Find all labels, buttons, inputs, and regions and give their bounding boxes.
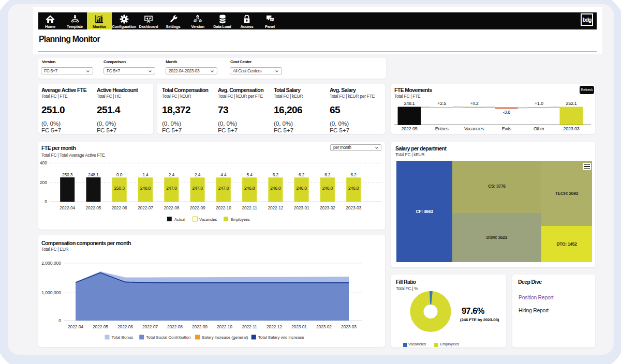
svg-text:Total Bonus: Total Bonus — [112, 335, 134, 340]
svg-text:246.0: 246.0 — [348, 186, 359, 191]
svg-text:2023-01: 2023-01 — [294, 205, 309, 210]
svg-text:2023-03: 2023-03 — [564, 126, 580, 131]
svg-text:248.1: 248.1 — [88, 172, 99, 177]
svg-text:2022-06: 2022-06 — [112, 205, 127, 210]
svg-text:2022-04: 2022-04 — [68, 324, 83, 329]
svg-text:6.2: 6.2 — [273, 172, 279, 177]
svg-text:2022-09: 2022-09 — [192, 324, 208, 329]
svg-text:2022-07: 2022-07 — [142, 324, 158, 329]
svg-text:250.3: 250.3 — [114, 186, 125, 191]
svg-text:-3.8: -3.8 — [503, 110, 511, 115]
svg-text:246.0: 246.0 — [296, 186, 307, 191]
svg-text:Total Salary w/o increase: Total Salary w/o increase — [258, 335, 304, 340]
svg-text:0: 0 — [45, 199, 47, 204]
svg-text:Actual: Actual — [174, 217, 185, 222]
svg-text:400: 400 — [40, 160, 47, 165]
svg-text:2022-12: 2022-12 — [267, 324, 282, 329]
svg-text:Employees: Employees — [231, 217, 250, 222]
svg-text:246.8: 246.8 — [244, 186, 255, 191]
svg-text:246.0: 246.0 — [270, 186, 281, 191]
svg-text:2022-05: 2022-05 — [402, 126, 418, 131]
svg-text:246.0: 246.0 — [322, 186, 333, 191]
svg-text:2022-04: 2022-04 — [60, 205, 75, 210]
svg-text:2022-11: 2022-11 — [242, 205, 258, 210]
svg-text:2022-12: 2022-12 — [268, 205, 284, 210]
svg-text:0: 0 — [58, 318, 61, 323]
svg-text:1,000,000: 1,000,000 — [41, 290, 61, 295]
svg-text:250.3: 250.3 — [62, 172, 73, 177]
svg-text:2023-02: 2023-02 — [316, 324, 332, 329]
svg-text:0.0: 0.0 — [116, 172, 123, 177]
svg-text:248.8: 248.8 — [140, 186, 151, 191]
svg-text:+2.5: +2.5 — [437, 101, 446, 106]
svg-text:+4.2: +4.2 — [470, 101, 479, 106]
svg-text:2022-07: 2022-07 — [138, 205, 153, 210]
svg-text:6.2: 6.2 — [351, 172, 357, 177]
svg-text:2023-03: 2023-03 — [341, 324, 357, 329]
svg-text:2,000,000: 2,000,000 — [41, 261, 61, 266]
svg-text:Exits: Exits — [502, 126, 512, 131]
svg-text:2022-05: 2022-05 — [93, 324, 108, 329]
svg-text:Other: Other — [534, 126, 544, 131]
svg-text:247.8: 247.8 — [218, 186, 229, 191]
svg-text:2022-06: 2022-06 — [117, 324, 133, 329]
svg-text:Vacancies: Vacancies — [464, 126, 484, 131]
svg-text:247.8: 247.8 — [192, 186, 203, 191]
svg-text:2022-08: 2022-08 — [164, 205, 179, 210]
svg-text:2022-10: 2022-10 — [216, 205, 231, 210]
svg-text:4.4: 4.4 — [220, 172, 227, 177]
svg-text:2023-02: 2023-02 — [320, 205, 335, 210]
svg-text:6.2: 6.2 — [324, 172, 331, 177]
svg-text:2023-01: 2023-01 — [291, 324, 307, 329]
svg-text:1.4: 1.4 — [142, 172, 149, 177]
svg-text:+1.0: +1.0 — [535, 101, 543, 106]
svg-text:2023-03: 2023-03 — [346, 205, 361, 210]
svg-text:2022-08: 2022-08 — [167, 324, 183, 329]
svg-text:248.1: 248.1 — [404, 101, 415, 106]
svg-text:2022-09: 2022-09 — [190, 205, 205, 210]
svg-text:2022-05: 2022-05 — [86, 205, 101, 210]
svg-text:5.4: 5.4 — [246, 172, 253, 177]
svg-text:Entries: Entries — [435, 126, 449, 131]
svg-text:Total Social Contribution: Total Social Contribution — [146, 335, 190, 340]
svg-text:200: 200 — [40, 180, 47, 185]
svg-text:252.1: 252.1 — [566, 101, 576, 106]
svg-text:247.8: 247.8 — [166, 186, 177, 191]
svg-text:2022-11: 2022-11 — [242, 324, 257, 329]
svg-text:2.4: 2.4 — [195, 172, 201, 177]
svg-text:Salary increase (general): Salary increase (general) — [202, 335, 248, 340]
svg-text:2022-10: 2022-10 — [217, 324, 232, 329]
svg-text:Vacancies: Vacancies — [199, 217, 217, 222]
svg-text:6.2: 6.2 — [299, 172, 305, 177]
svg-text:2.4: 2.4 — [169, 172, 175, 177]
